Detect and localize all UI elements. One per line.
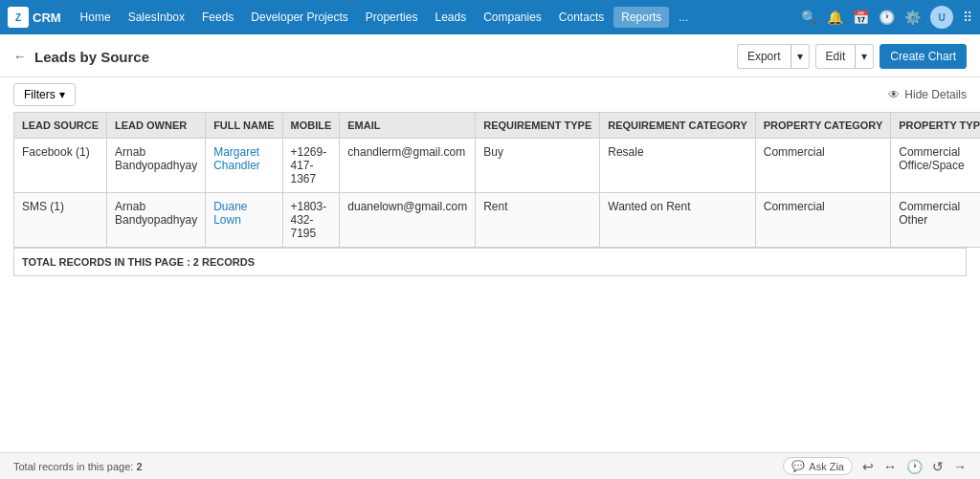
nav-item-feeds[interactable]: Feeds xyxy=(194,7,241,28)
clock-icon[interactable]: 🕐 xyxy=(879,10,895,25)
table-cell: Resale xyxy=(600,139,755,193)
export-button[interactable]: Export xyxy=(737,44,791,69)
col-requirement-type: REQUIREMENT TYPE xyxy=(476,113,600,139)
page-title: Leads by Source xyxy=(34,49,149,65)
search-icon[interactable]: 🔍 xyxy=(801,10,817,25)
bell-icon[interactable]: 🔔 xyxy=(827,10,843,25)
user-avatar[interactable]: U xyxy=(930,6,953,29)
settings-icon[interactable]: ⚙️ xyxy=(904,10,921,25)
nav-item-companies[interactable]: Companies xyxy=(476,7,549,28)
table-cell: +1269-417-1367 xyxy=(282,139,340,193)
filter-label: Filters xyxy=(24,88,56,101)
table-row: Facebook (1)Arnab BandyopadhyayMargaret … xyxy=(14,139,981,193)
footer-history-icon[interactable]: ↔ xyxy=(883,459,897,474)
nav-icons: 🔍 🔔 📅 🕐 ⚙️ U ⠿ xyxy=(801,6,972,29)
col-lead-owner: LEAD OWNER xyxy=(107,113,206,139)
zia-icon: 💬 xyxy=(791,460,805,472)
filter-chevron-icon: ▾ xyxy=(59,88,65,101)
nav-item-contacts[interactable]: Contacts xyxy=(551,7,612,28)
top-navigation: Z CRM Home SalesInbox Feeds Developer Pr… xyxy=(0,0,980,34)
table-cell: Wanted on Rent xyxy=(600,193,755,248)
full-name-link[interactable]: Margaret Chandler xyxy=(213,145,260,172)
nav-item-properties[interactable]: Properties xyxy=(358,7,426,28)
hide-details-button[interactable]: 👁 Hide Details xyxy=(888,88,967,101)
filters-bar: Filters ▾ 👁 Hide Details xyxy=(0,77,980,112)
table-cell[interactable]: Duane Lown xyxy=(206,193,282,248)
footer-total-label: Total records in this page: xyxy=(13,461,133,472)
table-cell: Arnab Bandyopadhyay xyxy=(107,193,206,248)
hide-details-label: Hide Details xyxy=(904,88,967,101)
table-row: SMS (1)Arnab BandyopadhyayDuane Lown+180… xyxy=(14,193,981,248)
table-container: LEAD SOURCE LEAD OWNER FULL NAME MOBILE … xyxy=(0,112,980,452)
nav-item-developer-projects[interactable]: Developer Projects xyxy=(243,7,355,28)
nav-item-salesinbox[interactable]: SalesInbox xyxy=(121,7,192,28)
ask-zia-label: Ask Zia xyxy=(809,461,844,472)
create-chart-button[interactable]: Create Chart xyxy=(880,44,967,69)
main-content: ← Leads by Source Export ▾ Edit ▾ Create… xyxy=(0,34,980,479)
col-property-category: PROPERTY CATEGORY xyxy=(755,113,890,139)
footer-back-icon[interactable]: ↩ xyxy=(862,459,874,474)
col-email: EMAIL xyxy=(340,113,476,139)
footer-refresh-icon[interactable]: ↺ xyxy=(932,459,944,474)
table-cell: Facebook (1) xyxy=(14,139,107,193)
leads-table: LEAD SOURCE LEAD OWNER FULL NAME MOBILE … xyxy=(13,112,980,248)
table-cell: +1803-432-7195 xyxy=(282,193,340,248)
edit-dropdown-button[interactable]: ▾ xyxy=(855,44,874,69)
footer: Total records in this page: 2 💬 Ask Zia … xyxy=(0,452,980,479)
calendar-icon[interactable]: 📅 xyxy=(853,10,869,25)
col-lead-source: LEAD SOURCE xyxy=(14,113,107,139)
footer-total: Total records in this page: 2 xyxy=(13,461,143,472)
footer-icons: 💬 Ask Zia ↩ ↔ 🕐 ↺ → xyxy=(783,457,967,475)
edit-button[interactable]: Edit xyxy=(815,44,856,69)
col-full-name: FULL NAME xyxy=(206,113,282,139)
nav-item-home[interactable]: Home xyxy=(73,7,119,28)
col-property-type: PROPERTY TYPE xyxy=(891,113,980,139)
header-left: ← Leads by Source xyxy=(13,49,149,65)
table-cell[interactable]: Margaret Chandler xyxy=(206,139,282,193)
table-cell: chandlerm@gmail.com xyxy=(340,139,476,193)
edit-button-group: Edit ▾ xyxy=(815,44,875,69)
col-requirement-category: REQUIREMENT CATEGORY xyxy=(600,113,755,139)
nav-item-reports[interactable]: Reports xyxy=(613,7,669,28)
footer-clock-icon[interactable]: 🕐 xyxy=(906,459,923,474)
table-cell: Commercial Office/Space xyxy=(891,139,980,193)
nav-item-more[interactable]: ... xyxy=(671,7,696,28)
table-header-row: LEAD SOURCE LEAD OWNER FULL NAME MOBILE … xyxy=(14,113,981,139)
export-button-group: Export ▾ xyxy=(737,44,810,69)
logo-icon: Z xyxy=(8,7,29,28)
grid-icon[interactable]: ⠿ xyxy=(963,10,972,25)
page-header: ← Leads by Source Export ▾ Edit ▾ Create… xyxy=(0,34,980,77)
ask-zia-button[interactable]: 💬 Ask Zia xyxy=(783,457,853,475)
table-cell: Rent xyxy=(476,193,600,248)
full-name-link[interactable]: Duane Lown xyxy=(213,200,247,227)
table-cell: duanelown@gmail.com xyxy=(340,193,476,248)
app-logo[interactable]: Z CRM xyxy=(8,7,61,28)
table-cell: Commercial xyxy=(755,139,890,193)
nav-item-leads[interactable]: Leads xyxy=(427,7,474,28)
nav-menu: Home SalesInbox Feeds Developer Projects… xyxy=(73,7,801,28)
col-mobile: MOBILE xyxy=(282,113,340,139)
back-button[interactable]: ← xyxy=(13,49,27,64)
header-right: Export ▾ Edit ▾ Create Chart xyxy=(737,44,967,69)
table-cell: Arnab Bandyopadhyay xyxy=(107,139,206,193)
table-cell: Buy xyxy=(476,139,600,193)
total-records-cell: TOTAL RECORDS IN THIS PAGE : 2 RECORDS xyxy=(13,248,967,276)
eye-icon: 👁 xyxy=(888,88,900,101)
footer-forward-icon[interactable]: → xyxy=(953,459,967,474)
footer-total-count: 2 xyxy=(136,461,142,472)
export-dropdown-button[interactable]: ▾ xyxy=(791,44,810,69)
table-cell: Commercial xyxy=(755,193,890,248)
table-cell: SMS (1) xyxy=(14,193,107,248)
table-cell: Commercial Other xyxy=(891,193,980,248)
filters-button[interactable]: Filters ▾ xyxy=(13,83,76,106)
logo-text: CRM xyxy=(33,11,61,25)
